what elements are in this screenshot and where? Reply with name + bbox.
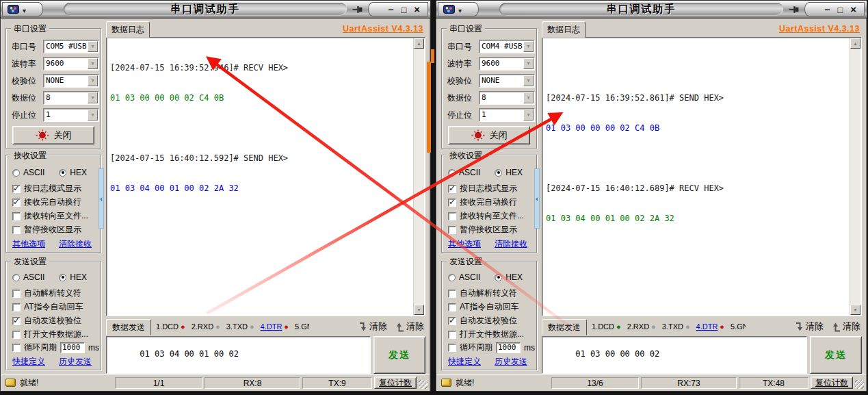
at-cr-checkbox[interactable] [12, 303, 21, 311]
other-options-link[interactable]: 其他选项 [12, 238, 45, 250]
scroll-down-icon[interactable] [850, 305, 860, 315]
escape-parse-checkbox[interactable] [448, 290, 456, 298]
stopbits-select[interactable]: 1 [479, 108, 535, 122]
other-options-link[interactable]: 其他选项 [448, 238, 481, 250]
clear-receive-link[interactable]: 清除接收 [495, 238, 527, 250]
databits-select[interactable]: 8 [43, 91, 99, 105]
pause-display-checkbox[interactable] [448, 226, 456, 234]
data-log-area[interactable]: [2024-07-15 16:39:52.946]# RECV HEX> 01 … [106, 37, 425, 316]
close-port-button[interactable]: 关闭 [448, 126, 530, 144]
chevron-down-icon[interactable] [523, 58, 534, 69]
baud-select[interactable]: 9600 [479, 57, 535, 71]
clear-recv-area-button[interactable]: 清除 [832, 320, 860, 333]
auto-newline-checkbox[interactable] [448, 199, 456, 207]
chevron-down-icon[interactable] [88, 110, 98, 120]
chevron-down-icon[interactable] [523, 75, 534, 86]
cycle-checkbox[interactable] [448, 344, 456, 352]
log-mode-checkbox[interactable] [12, 185, 21, 193]
file-source-checkbox[interactable] [448, 331, 456, 339]
cycle-checkbox[interactable] [12, 344, 21, 352]
dtr-link[interactable]: 4.DTR [261, 322, 282, 331]
stopbits-select[interactable]: 1 [43, 108, 99, 122]
minimize-button[interactable] [824, 5, 830, 14]
auto-checksum-checkbox[interactable] [12, 317, 21, 325]
tab-data-send[interactable]: 数据发送 [106, 319, 151, 335]
scroll-down-icon[interactable] [414, 305, 424, 315]
pause-display-checkbox[interactable] [12, 226, 21, 234]
scroll-up-icon[interactable] [850, 38, 860, 49]
pin-icon[interactable] [789, 4, 800, 15]
minimize-button[interactable] [388, 5, 393, 14]
close-port-button[interactable]: 关闭 [12, 126, 94, 144]
log-scrollbar[interactable] [850, 38, 860, 315]
clear-receive-link[interactable]: 清除接收 [59, 238, 92, 250]
at-cr-checkbox[interactable] [448, 303, 456, 311]
chevron-down-icon[interactable] [88, 75, 98, 86]
brand-link[interactable]: UartAssist V4.3.13 [343, 24, 423, 34]
resize-grip[interactable] [855, 380, 864, 389]
app-menu-button[interactable] [2, 2, 43, 16]
databits-select[interactable]: 8 [479, 91, 535, 105]
log-mode-checkbox[interactable] [448, 185, 456, 193]
baud-select[interactable]: 9600 [43, 57, 99, 71]
chevron-down-icon[interactable] [88, 92, 98, 103]
recv-hex-radio[interactable] [59, 169, 66, 177]
app-menu-button[interactable] [438, 2, 479, 16]
send-history-link[interactable]: 历史发送 [495, 356, 527, 368]
data-log-area[interactable]: [2024-07-15 16:39:52.861]# SEND HEX> 01 … [542, 37, 862, 316]
clear-send-area-button[interactable]: 清除 [358, 320, 387, 333]
recv-ascii-radio[interactable] [448, 169, 456, 177]
chevron-down-icon[interactable] [88, 41, 98, 52]
brand-link[interactable]: UartAssist V4.3.13 [779, 24, 860, 34]
recv-ascii-radio[interactable] [12, 169, 20, 177]
recv-to-file-checkbox[interactable] [448, 212, 456, 220]
send-history-link[interactable]: 历史发送 [59, 356, 92, 368]
tab-data-log[interactable]: 数据日志 [542, 21, 586, 38]
reset-count-button[interactable]: 复位计数 [811, 377, 853, 389]
send-hex-radio[interactable] [495, 274, 502, 281]
escape-parse-checkbox[interactable] [12, 290, 21, 298]
tab-data-send[interactable]: 数据发送 [542, 319, 587, 335]
clear-send-area-button[interactable]: 清除 [795, 320, 824, 333]
recv-hex-radio[interactable] [495, 169, 502, 177]
close-window-button[interactable] [414, 4, 420, 14]
chevron-down-icon[interactable] [88, 58, 98, 69]
send-button[interactable]: 发送 [373, 336, 425, 374]
reset-count-button[interactable]: 复位计数 [374, 377, 417, 389]
send-ascii-radio[interactable] [448, 274, 456, 281]
parity-select[interactable]: NONE [43, 74, 99, 88]
scroll-up-icon[interactable] [414, 38, 424, 49]
pin-txd-label: 3.TXD [226, 322, 248, 331]
file-source-checkbox[interactable] [12, 331, 21, 339]
pin-icon[interactable] [352, 4, 363, 15]
cycle-period-input[interactable] [60, 342, 85, 353]
resize-grip[interactable] [419, 380, 428, 389]
port-select[interactable]: COM5 #USB [43, 40, 99, 53]
send-hex-radio[interactable] [59, 274, 66, 281]
auto-newline-checkbox[interactable] [12, 199, 21, 207]
cycle-period-input[interactable] [496, 342, 521, 353]
chevron-down-icon[interactable] [523, 110, 534, 120]
log-scrollbar[interactable] [413, 38, 424, 315]
send-button[interactable]: 发送 [810, 336, 862, 374]
recv-to-file-checkbox[interactable] [12, 212, 21, 220]
maximize-button[interactable] [401, 5, 406, 14]
send-data-input[interactable]: 01 03 04 00 01 00 02 [106, 336, 371, 374]
panel-collapse-handle[interactable] [98, 168, 104, 229]
pin-rxd: 2.RXD [627, 322, 656, 331]
parity-select[interactable]: NONE [479, 74, 535, 88]
shortcut-define-link[interactable]: 快捷定义 [448, 356, 481, 368]
send-data-input[interactable]: 01 03 00 00 00 02 [542, 336, 807, 374]
clear-recv-area-button[interactable]: 清除 [395, 320, 424, 333]
maximize-button[interactable] [837, 5, 843, 14]
port-select[interactable]: COM4 #USB [479, 40, 535, 53]
panel-collapse-handle[interactable] [534, 168, 540, 229]
dtr-link[interactable]: 4.DTR [696, 322, 718, 331]
tab-data-log[interactable]: 数据日志 [106, 21, 150, 38]
send-ascii-radio[interactable] [12, 274, 20, 281]
chevron-down-icon[interactable] [523, 92, 534, 103]
auto-checksum-checkbox[interactable] [448, 317, 456, 325]
shortcut-define-link[interactable]: 快捷定义 [12, 356, 45, 368]
close-window-button[interactable] [850, 4, 856, 14]
chevron-down-icon[interactable] [523, 41, 534, 52]
